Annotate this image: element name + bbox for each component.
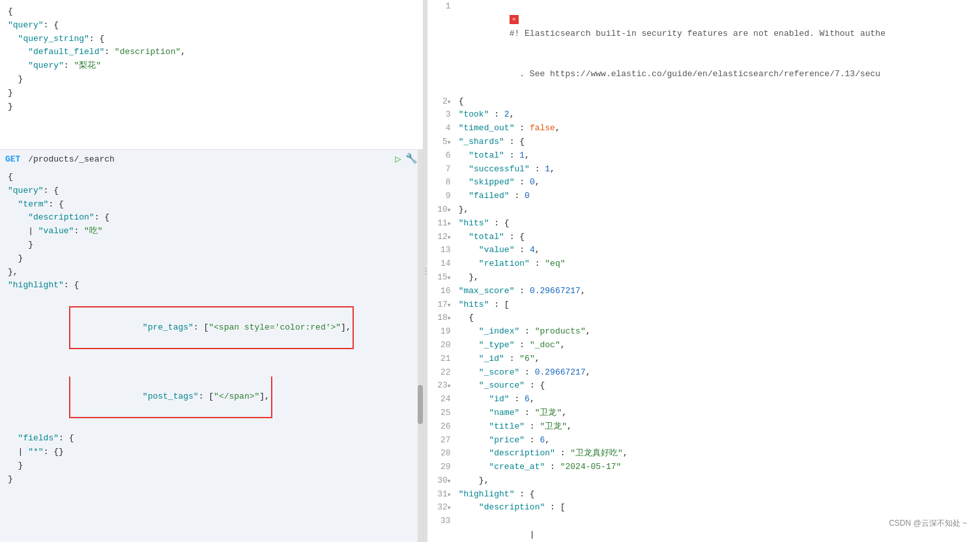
warning-line-2: . See https://www.elastic.co/guide/en/el… — [427, 54, 980, 94]
code-line: "description": { — [5, 211, 418, 225]
code-line: { — [5, 5, 418, 19]
response-line-24: 24 "id" : 6, — [427, 393, 980, 406]
left-scrollbar[interactable] — [418, 150, 423, 542]
response-line-8: 8 "skipped" : 0, — [427, 176, 980, 190]
response-line-11: 11▼ "hits" : { — [427, 217, 980, 231]
code-line: }, — [5, 266, 418, 279]
response-line-26: 26 "title" : "卫龙", — [427, 420, 980, 434]
watermark: CSDN @云深不知处 ~ — [889, 518, 967, 529]
code-line: | "*": {} — [5, 446, 418, 459]
code-line: "fields": { — [5, 432, 418, 446]
response-line-16: 16 "max_score" : 0.29667217, — [427, 285, 980, 298]
code-line: "query_string": { — [5, 33, 418, 46]
response-line-31: 31▼ "highlight" : { — [427, 488, 980, 502]
response-line-29: 29 "create_at" : "2024-05-17" — [427, 461, 980, 474]
http-method: GET — [5, 154, 20, 164]
run-icon[interactable]: ▷ — [395, 152, 401, 165]
response-line-15: 15▼ }, — [427, 271, 980, 285]
response-viewer[interactable]: 1 ✕ #! Elasticsearch built-in security f… — [427, 0, 980, 542]
code-line: "highlight": { — [5, 279, 418, 292]
code-line: } — [5, 459, 418, 473]
response-line-21: 21 "_id" : "6", — [427, 352, 980, 366]
response-line-17: 17▼ "hits" : [ — [427, 298, 980, 312]
response-line-23: 23▼ "_source" : { — [427, 379, 980, 393]
code-line: "query": { — [5, 184, 418, 198]
code-line: | "value": "吃" — [5, 225, 418, 238]
response-line-19: 19 "_index" : "products", — [427, 325, 980, 339]
response-line-20: 20 "_type" : "_doc", — [427, 339, 980, 352]
response-line-32: 32▼ "description" : [ — [427, 501, 980, 515]
code-line: "query": "梨花" — [5, 59, 418, 73]
response-line-27: 27 "price" : 6, — [427, 434, 980, 448]
settings-icon[interactable]: 🔧 — [405, 152, 418, 165]
response-line-5: 5▼ "_shards" : { — [427, 136, 980, 149]
error-icon: ✕ — [510, 15, 519, 24]
response-line-30: 30▼ }, — [427, 474, 980, 488]
response-line-7: 7 "successful" : 1, — [427, 163, 980, 177]
code-line: } — [5, 100, 418, 114]
response-line-6: 6 "total" : 1, — [427, 149, 980, 163]
response-line-4: 4 "timed_out" : false, — [427, 122, 980, 136]
code-line: "default_field": "description", — [5, 46, 418, 59]
code-line: } — [5, 73, 418, 87]
code-line: } — [5, 238, 418, 252]
code-line: } — [5, 252, 418, 266]
response-line-14: 14 "relation" : "eq" — [427, 257, 980, 271]
code-line: } — [5, 473, 418, 487]
highlighted-line-posttags: "post_tags": ["</span>"], — [5, 363, 418, 432]
response-line-3: 3 "took" : 2, — [427, 108, 980, 122]
code-line: } — [5, 87, 418, 100]
response-line-10: 10▼ }, — [427, 203, 980, 217]
response-line-28: 28 "description" : "卫龙真好吃", — [427, 447, 980, 461]
response-line-9: 9 "failed" : 0 — [427, 190, 980, 203]
right-panel: 1 ✕ #! Elasticsearch built-in security f… — [427, 0, 980, 542]
query-header: GET /products/_search ▷ 🔧 — [0, 150, 423, 168]
response-line-2: 2▼ { — [427, 95, 980, 109]
query-editor[interactable]: { "query": { "term": { "description": { … — [0, 168, 423, 541]
left-panel: { "query": { "query_string": { "default_… — [0, 0, 424, 542]
left-top-code: { "query": { "query_string": { "default_… — [0, 0, 423, 150]
left-bottom-editor: GET /products/_search ▷ 🔧 { "query": { "… — [0, 150, 423, 542]
warning-line-1: 1 ✕ #! Elasticsearch built-in security f… — [427, 0, 980, 54]
response-line-12: 12▼ "total" : { — [427, 231, 980, 244]
response-line-22: 22 "_score" : 0.29667217, — [427, 366, 980, 380]
code-line: { — [5, 171, 418, 184]
code-line: "term": { — [5, 198, 418, 212]
code-line: "query": { — [5, 19, 418, 33]
request-path: /products/_search — [28, 154, 115, 164]
response-line-25: 25 "name" : "卫龙", — [427, 406, 980, 420]
response-line-18: 18▼ { — [427, 311, 980, 325]
highlighted-line-pretags: "pre_tags": ["<span style='color:red'>"]… — [5, 292, 418, 363]
response-line-13: 13 "value" : 4, — [427, 244, 980, 257]
